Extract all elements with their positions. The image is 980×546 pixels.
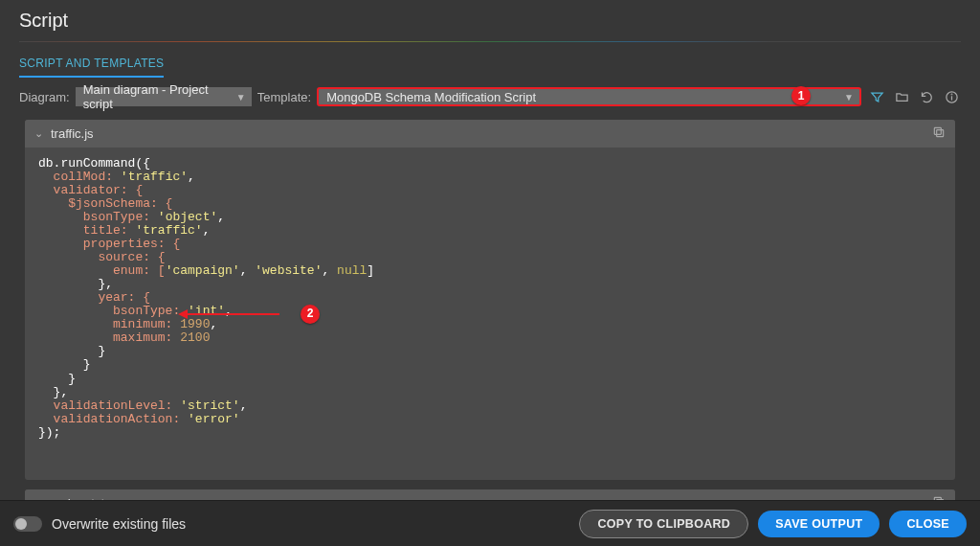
file-header-traffic[interactable]: ⌄ traffic.js xyxy=(25,120,955,148)
footer-bar: Overwrite existing files COPY TO CLIPBOA… xyxy=(0,500,980,546)
file-name: traffic.js xyxy=(51,126,932,141)
diagram-select-value: Main diagram - Project script xyxy=(83,82,229,111)
save-output-button[interactable]: SAVE OUTPUT xyxy=(758,511,880,537)
accent-divider xyxy=(19,41,961,42)
info-icon[interactable] xyxy=(942,87,961,106)
svg-rect-3 xyxy=(937,130,944,137)
chevron-down-icon: ▼ xyxy=(236,92,246,102)
toggle-knob xyxy=(15,518,27,530)
filter-icon[interactable] xyxy=(867,87,886,106)
template-select[interactable]: MongoDB Schema Modification Script ▼ xyxy=(317,87,861,106)
annotation-marker-2: 2 xyxy=(301,305,320,324)
chevron-down-icon: ▼ xyxy=(844,92,854,102)
undo-icon[interactable] xyxy=(917,87,936,106)
overwrite-toggle[interactable] xyxy=(13,516,42,532)
svg-rect-4 xyxy=(934,127,941,134)
diagram-label: Diagram: xyxy=(19,90,70,104)
folder-icon[interactable] xyxy=(892,87,911,106)
template-label: Template: xyxy=(257,90,311,104)
overwrite-label: Overwrite existing files xyxy=(52,516,186,532)
copy-to-clipboard-button[interactable]: COPY TO CLIPBOARD xyxy=(579,510,748,538)
code-body: db.runCommand({ collMod: 'traffic', vali… xyxy=(25,148,955,480)
dialog-title: Script xyxy=(0,0,980,37)
copy-icon[interactable] xyxy=(932,125,946,142)
annotation-marker-1: 1 xyxy=(791,86,811,105)
template-select-value: MongoDB Schema Modification Script xyxy=(326,90,536,104)
svg-point-2 xyxy=(951,94,952,95)
code-panel-traffic: ⌄ traffic.js db.runCommand({ collMod: 't… xyxy=(25,120,955,480)
chevron-down-icon: ⌄ xyxy=(34,127,43,140)
diagram-select[interactable]: Main diagram - Project script ▼ xyxy=(76,87,252,106)
tab-script-and-templates[interactable]: SCRIPT AND TEMPLATES xyxy=(19,57,164,78)
close-button[interactable]: CLOSE xyxy=(889,511,967,537)
